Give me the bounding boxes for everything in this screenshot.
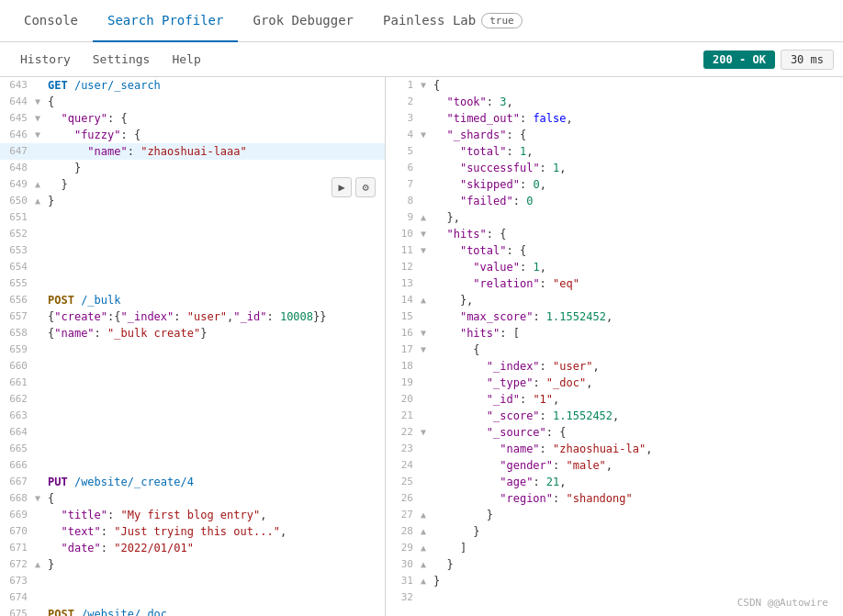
line-content: "age": 21, — [433, 474, 843, 490]
code-line: 14▲ }, — [386, 292, 843, 308]
right-code-area: 1▼{2 "took": 3,3 "timed_out": false,4▼ "… — [386, 77, 843, 606]
line-number: 14 — [386, 292, 421, 308]
line-number: 27 — [386, 507, 421, 523]
sub-navigation: History Settings Help 200 - OK 30 ms — [0, 42, 843, 77]
left-code-area: 643 GET /user/_search644▼{645▼ "query": … — [0, 77, 385, 616]
fold-arrow[interactable]: ▲ — [421, 556, 433, 573]
code-line: 653 — [0, 242, 385, 259]
line-number: 653 — [0, 242, 35, 259]
code-line: 9▲ }, — [386, 209, 843, 226]
line-number: 11 — [386, 242, 421, 259]
fold-arrow[interactable]: ▼ — [421, 242, 433, 259]
code-line: 665 — [0, 441, 385, 457]
code-line: 30▲ } — [386, 556, 843, 573]
right-output-panel[interactable]: 1▼{2 "took": 3,3 "timed_out": false,4▼ "… — [386, 77, 843, 616]
fold-arrow[interactable]: ▲ — [421, 523, 433, 540]
left-editor-panel[interactable]: 643 GET /user/_search644▼{645▼ "query": … — [0, 77, 386, 616]
code-line: 23 "name": "zhaoshuai-la", — [386, 441, 843, 457]
code-line: 10▼ "hits": { — [386, 226, 843, 242]
subnav-help[interactable]: Help — [161, 42, 211, 76]
line-number: 31 — [386, 573, 421, 589]
code-line: 675 POST /website/_doc — [0, 606, 385, 616]
fold-arrow[interactable]: ▲ — [421, 292, 433, 308]
line-number: 675 — [0, 606, 35, 616]
fold-arrow[interactable]: ▼ — [421, 77, 433, 94]
line-number: 3 — [386, 110, 421, 127]
fold-arrow[interactable]: ▼ — [421, 424, 433, 441]
fold-arrow[interactable]: ▲ — [421, 540, 433, 556]
line-content: } — [433, 507, 843, 523]
code-line: 667 PUT /website/_create/4 — [0, 474, 385, 490]
tab-grok-debugger[interactable]: Grok Debugger — [238, 1, 368, 42]
code-line: 7 "skipped": 0, — [386, 176, 843, 193]
line-number: 650 — [0, 193, 35, 209]
code-line: 662 — [0, 391, 385, 408]
line-number: 655 — [0, 275, 35, 292]
line-number: 661 — [0, 375, 35, 391]
fold-arrow[interactable]: ▼ — [35, 490, 48, 507]
fold-arrow[interactable]: ▲ — [35, 193, 48, 209]
line-number: 647 — [0, 143, 35, 160]
line-content: { — [433, 77, 843, 94]
line-content: }, — [433, 209, 843, 226]
line-content: { — [48, 490, 385, 507]
fold-arrow[interactable]: ▼ — [35, 127, 48, 143]
line-content: } — [433, 523, 843, 540]
code-line: 666 — [0, 457, 385, 474]
fold-arrow[interactable]: ▼ — [421, 127, 433, 143]
code-line: 661 — [0, 375, 385, 391]
fold-arrow[interactable]: ▲ — [421, 209, 433, 226]
line-number: 7 — [386, 176, 421, 193]
line-content: } — [48, 556, 385, 573]
line-number: 8 — [386, 193, 421, 209]
line-content: "fuzzy": { — [48, 127, 385, 143]
code-line: 8 "failed": 0 — [386, 193, 843, 209]
code-line: 652 — [0, 226, 385, 242]
line-content: }, — [433, 292, 843, 308]
code-line: 22▼ "_source": { — [386, 424, 843, 441]
line-content: "skipped": 0, — [433, 176, 843, 193]
line-number: 651 — [0, 209, 35, 226]
line-content: "value": 1, — [433, 259, 843, 275]
fold-arrow[interactable]: ▲ — [421, 573, 433, 589]
tab-search-profiler[interactable]: Search Profiler — [93, 1, 238, 42]
code-line: 657 {"create":{"_index": "user","_id": 1… — [0, 308, 385, 325]
code-line: 29▲ ] — [386, 540, 843, 556]
line-number: 23 — [386, 441, 421, 457]
line-number: 6 — [386, 160, 421, 176]
main-layout: 643 GET /user/_search644▼{645▼ "query": … — [0, 77, 843, 616]
tab-console[interactable]: Console — [9, 1, 93, 42]
line-number: 666 — [0, 457, 35, 474]
code-line: 668▼{ — [0, 490, 385, 507]
subnav-settings[interactable]: Settings — [82, 42, 162, 76]
tab-painless-lab[interactable]: Painless Lab true — [368, 1, 537, 42]
code-line: 25 "age": 21, — [386, 474, 843, 490]
code-line: 27▲ } — [386, 507, 843, 523]
line-number: 656 — [0, 292, 35, 308]
line-content: "failed": 0 — [433, 193, 843, 209]
fold-arrow[interactable]: ▼ — [421, 325, 433, 342]
subnav-history[interactable]: History — [9, 42, 82, 76]
line-content: } — [48, 160, 385, 176]
fold-arrow[interactable]: ▼ — [421, 342, 433, 358]
line-content: ] — [433, 540, 843, 556]
line-number: 28 — [386, 523, 421, 540]
code-line: 671 "date": "2022/01/01" — [0, 540, 385, 556]
status-badge: 200 - OK — [703, 50, 775, 69]
line-content: "name": "zhaoshuai-la", — [433, 441, 843, 457]
code-line: 1▼{ — [386, 77, 843, 94]
fold-arrow[interactable]: ▼ — [421, 226, 433, 242]
run-button[interactable]: ▶ — [332, 177, 352, 197]
line-number: 660 — [0, 358, 35, 375]
wrench-button[interactable]: ⚙ — [355, 177, 376, 197]
fold-arrow[interactable]: ▲ — [35, 556, 48, 573]
fold-arrow[interactable]: ▲ — [35, 176, 48, 193]
fold-arrow[interactable]: ▲ — [421, 507, 433, 523]
code-line: 659 — [0, 342, 385, 358]
code-line: 654 — [0, 259, 385, 275]
line-content: "total": { — [433, 242, 843, 259]
fold-arrow[interactable]: ▼ — [35, 110, 48, 127]
line-number: 18 — [386, 358, 421, 375]
line-number: 20 — [386, 391, 421, 408]
fold-arrow[interactable]: ▼ — [35, 94, 48, 110]
